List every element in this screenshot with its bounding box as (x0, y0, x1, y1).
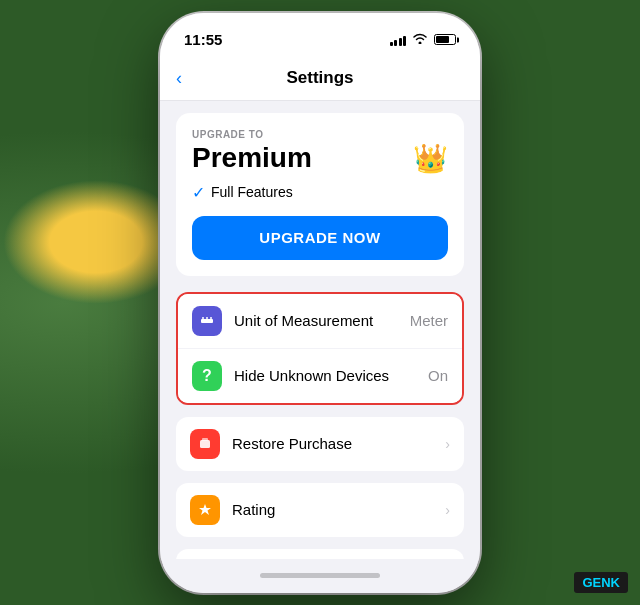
restore-section: Restore Purchase › (176, 417, 464, 471)
restore-icon (190, 429, 220, 459)
status-icons (390, 32, 457, 47)
battery-icon (434, 34, 456, 45)
share-row[interactable]: Share › (176, 549, 464, 559)
hide-icon: ? (192, 361, 222, 391)
restore-label: Restore Purchase (232, 435, 429, 452)
signal-icon (390, 34, 407, 46)
genk-text-black: GEN (582, 575, 610, 590)
rating-section: Rating › (176, 483, 464, 537)
nav-title: Settings (286, 68, 353, 88)
hide-unknown-row[interactable]: ? Hide Unknown Devices On (178, 349, 462, 403)
settings-content: UPGRADE TO Premium 👑 ✓ Full Features UPG… (160, 101, 480, 559)
unit-icon (192, 306, 222, 336)
home-bar (260, 573, 380, 578)
phone-frame: 11:55 ‹ Settings (160, 13, 480, 593)
feature-row: ✓ Full Features (192, 183, 448, 202)
premium-card: UPGRADE TO Premium 👑 ✓ Full Features UPG… (176, 113, 464, 276)
feature-text: Full Features (211, 184, 293, 200)
svg-rect-5 (202, 438, 208, 441)
svg-rect-0 (201, 319, 213, 323)
crown-icon: 👑 (413, 142, 448, 175)
status-time: 11:55 (184, 31, 222, 48)
genk-text-blue: K (611, 575, 620, 590)
premium-header: Premium 👑 (192, 142, 448, 175)
unit-value: Meter (410, 312, 448, 329)
svg-marker-6 (199, 504, 211, 515)
status-bar: 11:55 (160, 13, 480, 57)
rating-icon (190, 495, 220, 525)
rating-label: Rating (232, 501, 429, 518)
genk-watermark: GENK (574, 572, 628, 593)
rating-chevron: › (445, 502, 450, 518)
unit-of-measurement-row[interactable]: Unit of Measurement Meter (178, 294, 462, 349)
rating-row[interactable]: Rating › (176, 483, 464, 537)
premium-title: Premium (192, 142, 312, 174)
home-indicator (160, 559, 480, 593)
hide-label: Hide Unknown Devices (234, 367, 416, 384)
unit-label: Unit of Measurement (234, 312, 398, 329)
restore-chevron: › (445, 436, 450, 452)
check-icon: ✓ (192, 183, 205, 202)
back-button[interactable]: ‹ (176, 68, 182, 89)
share-section: Share › (176, 549, 464, 559)
wifi-icon (412, 32, 428, 47)
restore-row[interactable]: Restore Purchase › (176, 417, 464, 471)
upgrade-button[interactable]: UPGRADE NOW (192, 216, 448, 260)
nav-bar: ‹ Settings (160, 57, 480, 101)
svg-rect-4 (200, 440, 210, 448)
upgrade-label: UPGRADE TO (192, 129, 448, 140)
hide-value: On (428, 367, 448, 384)
highlighted-section: Unit of Measurement Meter ? Hide Unknown… (176, 292, 464, 405)
